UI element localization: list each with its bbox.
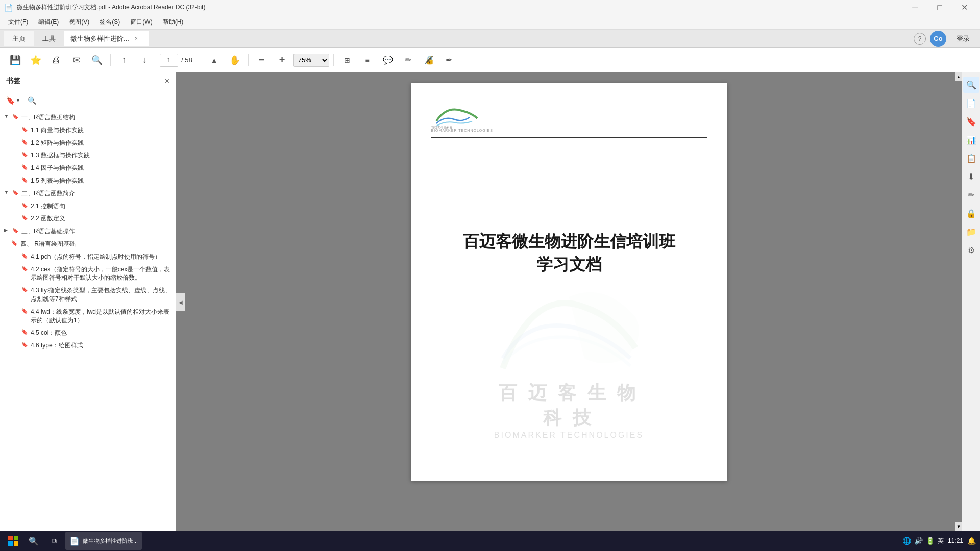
sidebar-collapse-button[interactable]: ◀ [176, 293, 185, 311]
bookmark-item[interactable]: ▶🔖三、R语言基础操作 [0, 225, 176, 238]
bookmark-item[interactable]: 🔖4.4 lwd：线条宽度，lwd是以默认值的相对大小来表示的（默认值为1） [0, 306, 176, 327]
right-sidebar-export-pdf[interactable]: 📋 [963, 150, 979, 166]
bookmark-item[interactable]: 🔖4.3 lty:指定线条类型，主要包括实线、虚线、点线、点划线等7种样式 [0, 284, 176, 306]
tab-bar-right: ? Co 登录 [914, 31, 976, 47]
bookmark-item[interactable]: 🔖2.1 控制语句 [0, 200, 176, 213]
sidebar-header: 书签 × [0, 72, 176, 90]
right-sidebar: 🔍 📄 🔖 📊 📋 ⬇ ✏ 🔒 📁 ⚙ [962, 72, 980, 531]
bookmark-item[interactable]: 🔖1.2 矩阵与操作实践 [0, 137, 176, 149]
title-bar-left: 📄 微生物多样性进阶班学习文档.pdf - Adobe Acrobat Read… [4, 3, 205, 12]
taskbar-acrobat-app[interactable]: 📄 微生物多样性进阶班... [65, 532, 142, 550]
bookmark-options-icon: 🔖 [6, 96, 15, 105]
continuous-button[interactable]: ≡ [358, 51, 377, 69]
taskbar-volume-icon[interactable]: 🔊 [914, 537, 923, 545]
taskbar-search-button[interactable]: 🔍 [24, 532, 43, 550]
right-sidebar-edit[interactable]: ✏ [963, 187, 979, 203]
svg-rect-2 [14, 536, 18, 540]
help-button[interactable]: ? [914, 33, 926, 45]
watermark-text-cn: 百 迈 客 生 物 科 技 [490, 381, 648, 431]
bookmark-item[interactable]: 🔖1.5 列表与操作实践 [0, 174, 176, 187]
prev-page-button[interactable]: ↑ [115, 51, 133, 69]
scroll-up-button[interactable]: ▲ [955, 72, 962, 81]
find-button[interactable]: 🔍 [88, 51, 106, 69]
menu-help[interactable]: 帮助(H) [159, 17, 188, 28]
right-sidebar-organize[interactable]: 📁 [963, 223, 979, 240]
title-bar-controls: ─ □ ✕ [903, 0, 976, 15]
bookmark-item[interactable]: 🔖4.5 col：颜色 [0, 327, 176, 339]
taskbar-app-label: 微生物多样性进阶班... [83, 537, 138, 545]
bookmark-options-button[interactable]: 🔖 ▼ [6, 93, 20, 108]
task-view-button[interactable]: ⧉ [45, 532, 63, 550]
print-button[interactable]: 🖨 [47, 51, 65, 69]
user-badge[interactable]: Co [930, 31, 946, 47]
menu-file[interactable]: 文件(F) [4, 17, 32, 28]
bookmark-item[interactable]: 🔖4.6 type：绘图样式 [0, 339, 176, 352]
taskbar-language[interactable]: 英 [938, 537, 944, 545]
menu-window[interactable]: 窗口(W) [126, 17, 156, 28]
title-bar: 📄 微生物多样性进阶班学习文档.pdf - Adobe Acrobat Read… [0, 0, 980, 15]
zoom-in-button[interactable]: + [273, 51, 291, 69]
save-button[interactable]: 💾 [6, 51, 24, 69]
right-sidebar-pages[interactable]: 📄 [963, 95, 979, 111]
taskbar-notification-icon[interactable]: 🔔 [967, 537, 976, 545]
separator-3 [248, 54, 249, 66]
email-button[interactable]: ✉ [67, 51, 86, 69]
minimize-button[interactable]: ─ [903, 0, 927, 15]
bookmark-item[interactable]: 🔖1.4 因子与操作实践 [0, 162, 176, 174]
maximize-button[interactable]: □ [928, 0, 951, 15]
right-sidebar-tools[interactable]: ⚙ [963, 242, 979, 258]
windows-logo-icon [8, 536, 18, 546]
right-sidebar-download[interactable]: ⬇ [963, 168, 979, 185]
start-button[interactable] [4, 532, 22, 550]
next-page-button[interactable]: ↓ [135, 51, 154, 69]
right-sidebar-export[interactable]: 📊 [963, 132, 979, 148]
pdf-logo: 百迈客生物科技 BIOMARKER TECHNOLOGIES [431, 103, 493, 132]
tab-close-button[interactable]: × [132, 35, 140, 43]
sign-button[interactable]: ✒ [440, 51, 458, 69]
tab-tools[interactable]: 工具 [34, 31, 64, 46]
hand-tool-button[interactable]: ✋ [226, 51, 244, 69]
bookmark-item[interactable]: 🔖4.1 pch（点的符号，指定绘制点时使用的符号） [0, 251, 176, 263]
tab-home[interactable]: 主页 [4, 31, 34, 46]
separator-4 [333, 54, 334, 66]
bookmark-item[interactable]: 🔖1.3 数据框与操作实践 [0, 149, 176, 162]
close-button[interactable]: ✕ [952, 0, 976, 15]
taskbar-network-icon[interactable]: 🌐 [902, 537, 911, 545]
right-sidebar-security[interactable]: 🔒 [963, 205, 979, 221]
right-sidebar-search[interactable]: 🔍 [963, 77, 979, 93]
bookmark-item[interactable]: 🔖1.1 向量与操作实践 [0, 124, 176, 137]
taskbar-battery-icon[interactable]: 🔋 [926, 537, 935, 545]
bookmark-button[interactable]: ⭐ [27, 51, 45, 69]
bookmark-item[interactable]: 🔖4.2 cex（指定符号的大小，一般cex是一个数值，表示绘图符号相对于默认大… [0, 263, 176, 285]
tab-document[interactable]: 微生物多样性进阶... × [64, 31, 149, 46]
right-sidebar-bookmarks[interactable]: 🔖 [963, 113, 979, 130]
scroll-down-button[interactable]: ▼ [955, 522, 962, 531]
watermark-area: 百 迈 客 生 物 科 技 BIOMARKER TECHNOLOGIES [490, 277, 648, 440]
sidebar-close-button[interactable]: × [165, 77, 169, 86]
menu-edit[interactable]: 编辑(E) [34, 17, 63, 28]
sidebar-content[interactable]: ▼🔖一、R语言数据结构🔖1.1 向量与操作实践🔖1.2 矩阵与操作实践🔖1.3 … [0, 111, 176, 531]
bookmark-item[interactable]: 🔖2.2 函数定义 [0, 212, 176, 225]
comment-button[interactable]: 💬 [379, 51, 397, 69]
bookmark-item[interactable]: ▼🔖一、R语言数据结构 [0, 111, 176, 124]
menu-view[interactable]: 视图(V) [65, 17, 93, 28]
logo-en-text: BIOMARKER TECHNOLOGIES [431, 129, 493, 132]
markup-button[interactable]: ✏ [399, 51, 418, 69]
zoom-select[interactable]: 75% 50% 100% 125% 150% 200% [293, 54, 329, 67]
svg-rect-1 [8, 536, 13, 540]
pdf-logo-area: 百迈客生物科技 BIOMARKER TECHNOLOGIES [431, 103, 707, 138]
bookmark-item[interactable]: ▼🔖二、R语言函数简介 [0, 187, 176, 200]
tab-document-label: 微生物多样性进阶... [70, 34, 129, 43]
zoom-out-button[interactable]: − [253, 51, 271, 69]
separator-2 [201, 54, 201, 66]
window-title: 微生物多样性进阶班学习文档.pdf - Adobe Acrobat Reader… [17, 3, 205, 12]
signin-button[interactable]: 登录 [950, 32, 976, 45]
menu-sign[interactable]: 签名(S) [95, 17, 124, 28]
fit-page-button[interactable]: ⊞ [338, 51, 356, 69]
select-tool-button[interactable]: ▲ [205, 51, 224, 69]
search-bookmark-button[interactable]: 🔍 [24, 93, 39, 108]
pdf-viewer[interactable]: ▲ 百迈客生物科技 BIOMARKER TECHNOLOG [176, 72, 962, 531]
page-number-input[interactable] [160, 54, 178, 67]
bookmark-item[interactable]: 🔖四、 R语言绘图基础 [0, 238, 176, 251]
stamp-button[interactable]: 🔏 [420, 51, 438, 69]
